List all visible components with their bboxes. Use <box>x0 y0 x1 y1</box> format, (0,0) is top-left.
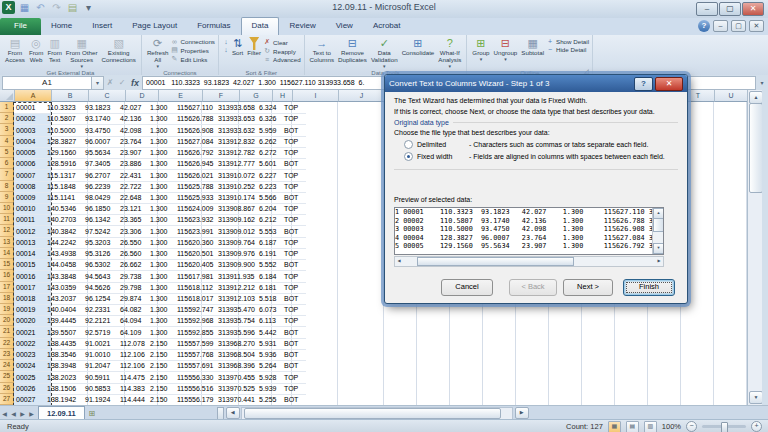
confirm-entry-icon[interactable]: ✓ <box>116 78 128 87</box>
row-header-9[interactable]: 9 <box>0 192 14 203</box>
what-if-analysis-button[interactable]: ?What-IfAnalysis▾ <box>436 36 463 70</box>
row-header-8[interactable]: 8 <box>0 181 14 192</box>
next-sheet-icon[interactable]: ▶ <box>18 410 27 417</box>
row-header-6[interactable]: 6 <box>0 158 14 169</box>
advanced-button[interactable]: ≡Advanced <box>263 56 301 63</box>
remove-duplicates-button[interactable]: ⊟RemoveDuplicates <box>336 36 369 65</box>
insert-function-icon[interactable]: fx <box>128 78 142 88</box>
zoom-level[interactable]: 100% <box>662 422 681 431</box>
reapply-button[interactable]: ↻Reapply <box>263 47 301 55</box>
last-sheet-icon[interactable]: ▶ <box>27 410 36 417</box>
preview-scroll-right-icon[interactable]: ▶ <box>655 257 663 264</box>
select-all-corner[interactable] <box>0 90 15 102</box>
column-header-A[interactable]: A <box>15 90 52 102</box>
row-header-19[interactable]: 19 <box>0 304 14 315</box>
column-header-F[interactable]: F <box>203 90 240 102</box>
radio-icon[interactable] <box>404 140 413 149</box>
hscroll-left-icon[interactable]: ◀ <box>226 407 240 419</box>
zoom-out-icon[interactable]: − <box>686 421 697 432</box>
column-header-H[interactable]: H <box>273 90 293 102</box>
column-header-U[interactable]: U <box>715 90 747 102</box>
vertical-scroll-thumb[interactable] <box>749 103 763 193</box>
zoom-in-icon[interactable]: + <box>751 421 762 432</box>
consolidate-button[interactable]: ⊞Consolidate <box>400 36 437 58</box>
dialog-close-icon[interactable]: ✕ <box>655 77 683 91</box>
column-header-J[interactable]: J <box>339 90 385 102</box>
cancel-entry-icon[interactable]: ✗ <box>104 78 116 87</box>
row-header-24[interactable]: 24 <box>0 360 14 371</box>
row-header-21[interactable]: 21 <box>0 326 14 338</box>
ungroup-button[interactable]: ⊟Ungroup▾ <box>492 36 520 63</box>
insert-worksheet-icon[interactable]: ⊞ <box>85 409 99 418</box>
page-break-view-icon[interactable]: ▥ <box>644 421 657 432</box>
name-box[interactable]: A1 <box>2 76 92 90</box>
tab-split-handle[interactable] <box>217 407 224 420</box>
subtotal-button[interactable]: ▦Subtotal <box>519 36 546 58</box>
row-header-17[interactable]: 17 <box>0 282 14 293</box>
next-button[interactable]: Next > <box>563 279 613 296</box>
horizontal-scroll-thumb[interactable] <box>244 408 501 419</box>
row-header-25[interactable]: 25 <box>0 371 14 383</box>
row-header-22[interactable]: 22 <box>0 338 14 349</box>
row-header-20[interactable]: 20 <box>0 315 14 326</box>
row-header-1[interactable]: 1 <box>0 102 14 113</box>
tab-data[interactable]: Data <box>241 17 280 35</box>
group-button[interactable]: ⊞Group▾ <box>470 36 491 63</box>
finish-button[interactable]: Finish <box>623 279 675 296</box>
clear-button[interactable]: ✗Clear <box>263 38 301 46</box>
tab-review[interactable]: Review <box>279 18 325 35</box>
properties-button[interactable]: ▤Properties <box>171 46 215 54</box>
vertical-scrollbar[interactable]: ▲ ▼ <box>747 90 763 405</box>
column-header-I[interactable]: I <box>293 90 339 102</box>
cancel-button[interactable]: Cancel <box>441 279 493 296</box>
row-header-14[interactable]: 14 <box>0 248 14 259</box>
row-header-27[interactable]: 27 <box>0 394 14 405</box>
refresh-all-button[interactable]: ⟳RefreshAll▾ <box>145 36 171 70</box>
row-header-26[interactable]: 26 <box>0 383 14 394</box>
close-button[interactable]: ✕ <box>742 2 764 16</box>
column-header-D[interactable]: D <box>126 90 159 102</box>
edit-links-button[interactable]: ✎Edit Links <box>171 55 215 63</box>
preview-horizontal-scrollbar[interactable]: ◀ ▶ <box>394 256 664 267</box>
tab-insert[interactable]: Insert <box>82 18 122 35</box>
from-other-sources-button[interactable]: ▦From OtherSources▾ <box>64 36 100 70</box>
row-header-16[interactable]: 16 <box>0 270 14 282</box>
hide-detail-button[interactable]: −Hide Detail <box>546 46 589 53</box>
dialog-titlebar[interactable]: Convert Text to Columns Wizard - Step 1 … <box>385 75 687 92</box>
tab-page-layout[interactable]: Page Layout <box>122 18 187 35</box>
sort-button[interactable]: ⇅Sort <box>230 36 245 58</box>
from-text-button[interactable]: ▥FromText <box>45 36 63 65</box>
row-header-2[interactable]: 2 <box>0 113 14 124</box>
filter-button[interactable]: Filter <box>245 36 263 58</box>
text-to-columns-button[interactable]: →Text toColumns <box>308 36 336 65</box>
workbook-close-icon[interactable]: ✕ <box>749 20 764 32</box>
name-box-dropdown-icon[interactable]: ▾ <box>92 76 104 90</box>
tab-file[interactable]: File <box>0 18 41 35</box>
dialog-help-icon[interactable]: ? <box>634 77 653 91</box>
restore-button[interactable]: ▢ <box>719 2 741 16</box>
preview-box[interactable]: 1 00001 110.3323 93.1823 42.027 1.300 11… <box>394 207 664 255</box>
existing-connections-button[interactable]: ▧ExistingConnections <box>99 36 137 65</box>
scroll-down-icon[interactable]: ▼ <box>749 391 763 404</box>
prev-sheet-icon[interactable]: ◀ <box>9 410 18 417</box>
zoom-slider[interactable] <box>702 425 746 428</box>
zoom-slider-thumb[interactable] <box>721 422 728 432</box>
radio-fixed-width[interactable]: Fixed width- Fields are aligned in colum… <box>404 152 678 161</box>
row-header-15[interactable]: 15 <box>0 259 14 270</box>
data-validation-button[interactable]: ✓DataValidation▾ <box>369 36 400 70</box>
row-header-5[interactable]: 5 <box>0 147 14 158</box>
tab-acrobat[interactable]: Acrobat <box>363 18 411 35</box>
grid-row-27[interactable]: 00027138.194291.1924114.4442.150115556.1… <box>14 394 306 405</box>
preview-vscroll-thumb[interactable] <box>653 218 664 232</box>
sheet-tab-active[interactable]: 12.09.11 <box>38 406 85 420</box>
row-header-12[interactable]: 12 <box>0 225 14 237</box>
preview-scroll-down-icon[interactable]: ▼ <box>653 243 664 254</box>
radio-delimited[interactable]: Delimited- Characters such as commas or … <box>404 140 678 149</box>
from-access-button[interactable]: ▤FromAccess <box>3 36 27 65</box>
first-sheet-icon[interactable]: ◀ <box>0 410 9 417</box>
row-header-18[interactable]: 18 <box>0 293 14 304</box>
sort-za-icon-button[interactable]: ↓ <box>222 46 230 53</box>
sort-az-icon-button[interactable]: ↓ <box>222 38 230 45</box>
workbook-restore-icon[interactable]: ▢ <box>731 20 746 32</box>
tab-formulas[interactable]: Formulas <box>187 18 240 35</box>
